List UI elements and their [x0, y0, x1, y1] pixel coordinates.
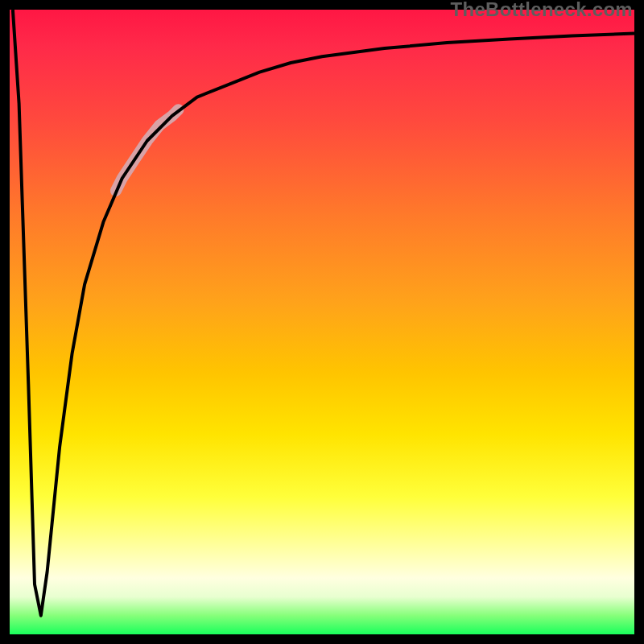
plot-frame: [0, 0, 644, 644]
watermark-text: TheBottleneck.com: [451, 0, 633, 21]
